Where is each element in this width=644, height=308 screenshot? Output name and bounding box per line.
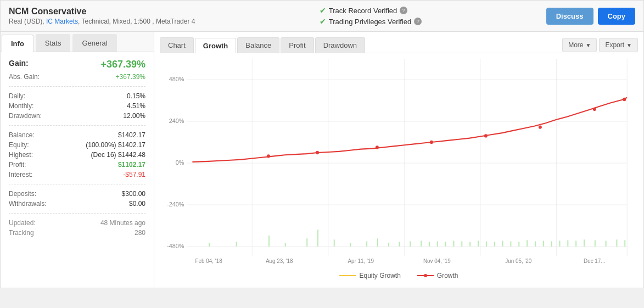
- discuss-button[interactable]: Discuss: [546, 8, 593, 25]
- daily-label: Daily:: [9, 92, 25, 100]
- svg-rect-37: [421, 240, 422, 247]
- deposits-label: Deposits:: [9, 190, 36, 198]
- svg-rect-48: [510, 242, 511, 247]
- check-icon-1: ✔: [320, 6, 326, 15]
- svg-rect-31: [350, 243, 351, 247]
- withdrawals-row: Withdrawals: $0.00: [9, 199, 145, 209]
- stats-section: Gain: +367.39% Abs. Gain: +367.39% Daily…: [1, 52, 154, 244]
- account-info: NCM Conservative Real (USD), IC Markets,…: [9, 7, 195, 25]
- verification-status: ✔ Track Record Verified ? ✔ Trading Priv…: [320, 6, 422, 26]
- svg-rect-53: [551, 242, 552, 247]
- left-panel: Info Stats General Gain: +367.39% Abs. G…: [1, 32, 154, 288]
- track-record-verified: ✔ Track Record Verified ?: [320, 6, 422, 15]
- account-title: NCM Conservative: [9, 7, 195, 16]
- tab-drawdown[interactable]: Drawdown: [315, 37, 365, 53]
- withdrawals-label: Withdrawals:: [9, 200, 47, 208]
- abs-gain-row: Abs. Gain: +367.39%: [9, 72, 145, 82]
- svg-rect-60: [616, 239, 617, 247]
- tab-general[interactable]: General: [72, 34, 116, 52]
- interest-row: Interest: -$57.91: [9, 170, 145, 180]
- svg-text:Apr 11, '19: Apr 11, '19: [348, 257, 374, 264]
- svg-rect-44: [478, 240, 479, 247]
- chart-legend: Equity Growth Growth: [160, 272, 638, 282]
- export-label: Export: [605, 41, 624, 49]
- svg-rect-58: [595, 240, 596, 247]
- gain-value: +367.39%: [100, 59, 145, 70]
- svg-rect-41: [453, 240, 454, 247]
- svg-text:-240%: -240%: [167, 201, 184, 208]
- tab-chart[interactable]: Chart: [160, 37, 194, 53]
- monthly-value: 4.51%: [127, 102, 145, 110]
- svg-text:0%: 0%: [176, 159, 184, 166]
- svg-rect-27: [285, 243, 286, 247]
- highest-row: Highest: (Dec 16) $1442.48: [9, 150, 145, 160]
- copy-button[interactable]: Copy: [598, 8, 636, 25]
- interest-value: -$57.91: [123, 171, 145, 178]
- account-subtitle: Real (USD), IC Markets, Technical, Mixed…: [9, 18, 195, 25]
- more-arrow-icon: ▼: [586, 42, 591, 48]
- monthly-label: Monthly:: [9, 102, 33, 110]
- monthly-row: Monthly: 4.51%: [9, 101, 145, 111]
- equity-row: Equity: (100.00%) $1402.17: [9, 140, 145, 150]
- svg-text:240%: 240%: [169, 117, 184, 124]
- tracking-row: Tracking 280: [9, 228, 145, 238]
- right-panel: Chart Growth Balance Profit Drawdown Mor…: [154, 32, 643, 288]
- svg-text:Aug 23, '18: Aug 23, '18: [266, 257, 293, 264]
- export-button[interactable]: Export ▼: [599, 38, 638, 52]
- svg-text:Dec 17...: Dec 17...: [584, 257, 606, 264]
- tracking-label: Tracking: [9, 229, 34, 237]
- svg-rect-33: [377, 238, 378, 247]
- svg-point-63: [316, 151, 319, 154]
- tab-stats[interactable]: Stats: [36, 34, 71, 52]
- svg-rect-34: [388, 243, 389, 247]
- updated-row: Updated: 48 Minutes ago: [9, 218, 145, 228]
- chart-area: 480% 240% 0% -240% -480% Feb 04, '18 Aug…: [160, 59, 638, 267]
- left-tabs: Info Stats General: [1, 32, 154, 52]
- equity-label: Equity:: [9, 141, 29, 149]
- svg-rect-26: [268, 236, 270, 247]
- tab-info[interactable]: Info: [2, 35, 33, 52]
- balance-value: $1402.17: [118, 131, 145, 139]
- broker-link[interactable]: IC Markets: [46, 18, 78, 25]
- svg-rect-47: [502, 240, 503, 247]
- svg-rect-24: [209, 243, 210, 247]
- tracking-value: 280: [135, 229, 145, 237]
- svg-rect-29: [317, 229, 318, 247]
- info-icon-1[interactable]: ?: [400, 7, 407, 14]
- drawdown-label: Drawdown:: [9, 112, 42, 120]
- svg-rect-38: [429, 242, 430, 247]
- svg-text:Jun 05, '20: Jun 05, '20: [505, 257, 531, 264]
- growth-label: Growth: [437, 272, 458, 279]
- info-icon-2[interactable]: ?: [414, 18, 422, 25]
- track-record-label: Track Record Verified: [329, 7, 397, 15]
- svg-point-65: [430, 141, 433, 144]
- svg-point-67: [539, 125, 542, 128]
- profit-label: Profit:: [9, 161, 26, 169]
- trading-privileges-label: Trading Privileges Verified: [329, 18, 412, 26]
- interest-label: Interest:: [9, 171, 32, 178]
- tab-growth[interactable]: Growth: [195, 38, 237, 53]
- highest-label: Highest:: [9, 151, 33, 159]
- growth-line-icon: [417, 275, 434, 276]
- deposits-row: Deposits: $300.00: [9, 189, 145, 199]
- svg-rect-35: [399, 242, 400, 247]
- svg-rect-42: [461, 242, 462, 247]
- deposits-value: $300.00: [122, 190, 145, 198]
- svg-point-69: [623, 98, 626, 101]
- more-button[interactable]: More ▼: [562, 38, 597, 52]
- abs-gain-label: Abs. Gain:: [9, 73, 40, 81]
- svg-rect-51: [535, 242, 536, 247]
- header-actions: Discuss Copy: [546, 8, 635, 25]
- svg-rect-50: [527, 240, 528, 247]
- chart-tabs: Chart Growth Balance Profit Drawdown Mor…: [160, 37, 638, 53]
- updated-value: 48 Minutes ago: [100, 219, 145, 227]
- svg-rect-46: [494, 242, 495, 247]
- svg-rect-56: [575, 240, 576, 247]
- chart-svg: 480% 240% 0% -240% -480% Feb 04, '18 Aug…: [160, 59, 638, 267]
- tab-profit[interactable]: Profit: [281, 37, 313, 53]
- equity-value: (100.00%) $1402.17: [86, 141, 145, 149]
- tab-balance[interactable]: Balance: [237, 37, 279, 53]
- svg-point-64: [376, 145, 379, 149]
- svg-text:-480%: -480%: [167, 243, 184, 249]
- svg-point-62: [267, 154, 270, 158]
